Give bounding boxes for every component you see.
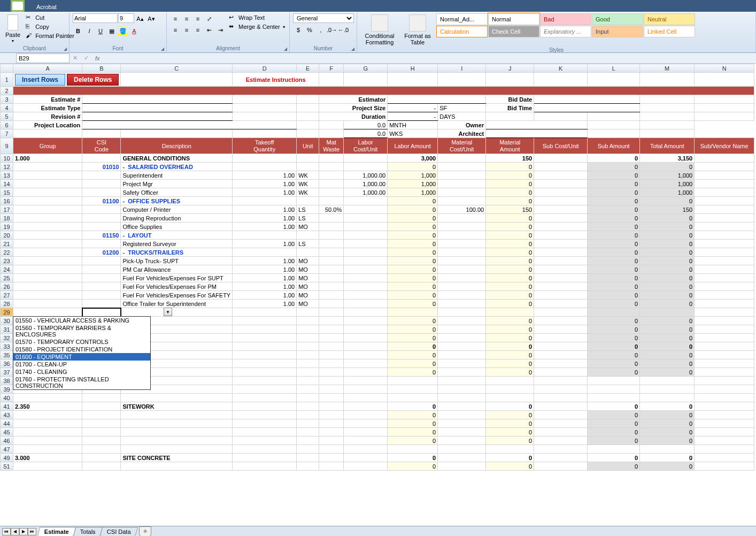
tab-acrobat[interactable]: Acrobat [29, 2, 77, 12]
align-bottom-button[interactable]: ≡ [192, 13, 203, 24]
spreadsheet-grid[interactable]: ABCDEFGHIJKLMN1Insert Rows Delete RowsEs… [0, 64, 754, 471]
align-top-button[interactable]: ≡ [170, 13, 181, 24]
copy-button[interactable]: ⎘Copy [25, 22, 75, 31]
row-header[interactable]: 49 [1, 454, 13, 462]
row-header[interactable]: 29 [1, 308, 13, 317]
row-header[interactable]: 6 [1, 121, 13, 129]
sheet-tab[interactable]: Totals [73, 527, 103, 536]
row-header[interactable]: 36 [1, 359, 13, 368]
column-header[interactable]: K [534, 64, 588, 73]
last-sheet-button[interactable]: ⏭ [28, 528, 36, 535]
style-cell[interactable]: Normal [488, 13, 539, 25]
dropdown-option[interactable]: 01560 - TEMPORARY BARRIERS & ENCLOSURES [13, 324, 150, 338]
font-name-input[interactable] [73, 13, 118, 23]
fx-icon[interactable]: fx [92, 55, 103, 62]
delete-rows-button[interactable]: Delete Rows [67, 74, 119, 86]
dropdown-option[interactable]: 01760 - PROTECTING INSTALLED CONSTRUCTIO… [13, 376, 150, 389]
select-all-button[interactable] [1, 64, 13, 73]
row-header[interactable]: 47 [1, 445, 13, 454]
increase-indent-button[interactable]: ⇥ [215, 25, 226, 35]
row-header[interactable]: 30 [1, 317, 13, 325]
decrease-indent-button[interactable]: ⇤ [204, 25, 214, 35]
style-cell[interactable]: Calculation [436, 26, 488, 37]
row-header[interactable]: 22 [1, 248, 13, 257]
cut-button[interactable]: ✂Cut [25, 13, 75, 22]
orientation-button[interactable]: ⤢ [204, 13, 214, 24]
fill-color-button[interactable]: 🪣 [118, 26, 128, 36]
first-sheet-button[interactable]: ⏮ [2, 528, 11, 535]
border-button[interactable]: ▦ [106, 26, 117, 36]
bold-button[interactable]: B [73, 26, 83, 36]
style-cell[interactable]: Neutral [644, 13, 695, 25]
row-header[interactable]: 27 [1, 291, 13, 300]
row-header[interactable]: 40 [1, 394, 13, 402]
row-header[interactable]: 43 [1, 411, 13, 419]
decrease-decimal-button[interactable]: ←.0 [338, 25, 349, 35]
dropdown-option[interactable]: 01700 - CLEAN-UP [13, 361, 150, 368]
column-header[interactable]: F [319, 64, 344, 73]
next-sheet-button[interactable]: ▶ [19, 528, 28, 535]
row-header[interactable]: 45 [1, 428, 13, 437]
column-header[interactable]: N [695, 64, 754, 73]
dropdown-list[interactable]: 01550 - VEHICULAR ACCESS & PARKING01560 … [13, 316, 151, 390]
row-header[interactable]: 3 [1, 95, 13, 104]
cancel-icon[interactable]: ✕ [70, 55, 81, 62]
project-name-cell[interactable] [13, 87, 754, 95]
font-size-input[interactable] [118, 13, 134, 23]
row-header[interactable]: 44 [1, 419, 13, 428]
italic-button[interactable]: I [84, 26, 95, 36]
row-header[interactable]: 2 [1, 87, 13, 95]
format-painter-button[interactable]: 🖌Format Painter [25, 32, 75, 40]
style-cell[interactable]: Normal_Ad... [436, 13, 488, 25]
merge-center-button[interactable]: ⬌Merge & Center▼ [228, 22, 287, 31]
column-header[interactable]: L [588, 64, 640, 73]
row-header[interactable]: 7 [1, 129, 13, 138]
app-logo-icon[interactable] [11, 0, 25, 12]
cell-styles-gallery[interactable]: Normal_Ad...NormalBadGoodNeutralCalculat… [436, 13, 695, 37]
dialog-launcher-icon[interactable]: ◢ [350, 45, 356, 52]
row-header[interactable]: 37 [1, 368, 13, 377]
increase-decimal-button[interactable]: .0→ [327, 25, 337, 35]
formula-input[interactable] [103, 53, 756, 63]
style-cell[interactable]: Good [592, 13, 643, 25]
row-header[interactable]: 5 [1, 112, 13, 121]
column-header[interactable]: C [121, 64, 233, 73]
row-header[interactable]: 12 [1, 163, 13, 171]
enter-icon[interactable]: ✓ [81, 55, 92, 62]
row-header[interactable]: 4 [1, 104, 13, 112]
dropdown-option[interactable]: 01600 - EQUIPMENT [13, 353, 150, 361]
worksheet-area[interactable]: ABCDEFGHIJKLMN1Insert Rows Delete RowsEs… [0, 64, 756, 526]
column-header[interactable]: J [486, 64, 534, 73]
row-header[interactable]: 21 [1, 240, 13, 248]
increase-font-button[interactable]: A▴ [135, 13, 145, 24]
row-header[interactable]: 32 [1, 334, 13, 342]
new-sheet-button[interactable]: ✧ [139, 526, 151, 536]
sheet-tab[interactable]: Estimate [37, 527, 76, 536]
dialog-launcher-icon[interactable]: ◢ [282, 45, 289, 52]
style-cell[interactable]: Bad [540, 13, 591, 25]
dropdown-option[interactable]: 01550 - VEHICULAR ACCESS & PARKING [13, 317, 150, 324]
insert-rows-button[interactable]: Insert Rows [15, 74, 65, 86]
column-header[interactable]: B [82, 64, 121, 73]
comma-button[interactable]: , [315, 25, 326, 35]
align-center-button[interactable]: ≡ [181, 25, 192, 35]
font-color-button[interactable]: A [129, 26, 140, 36]
style-cell[interactable]: Input [592, 26, 643, 37]
format-as-table-button[interactable]: Format as Table [401, 13, 434, 47]
column-header[interactable]: E [297, 64, 319, 73]
style-cell[interactable]: Linked Cell [644, 26, 695, 37]
row-header[interactable]: 25 [1, 274, 13, 282]
accounting-button[interactable]: $ [293, 25, 304, 35]
sheet-tab[interactable]: CSI Data [99, 527, 137, 536]
dropdown-option[interactable]: 01740 - CLEANING [13, 368, 150, 376]
row-header[interactable]: 10 [1, 154, 13, 163]
row-header[interactable]: 51 [1, 462, 13, 471]
estimate-instructions-link[interactable]: Estimate Instructions [233, 73, 319, 87]
active-cell[interactable] [82, 308, 121, 317]
column-header[interactable]: H [388, 64, 438, 73]
name-box-input[interactable] [16, 53, 70, 63]
wrap-text-button[interactable]: ↩Wrap Text [228, 13, 287, 22]
row-header[interactable]: 16 [1, 197, 13, 205]
row-header[interactable]: 19 [1, 223, 13, 231]
column-header[interactable]: D [233, 64, 297, 73]
